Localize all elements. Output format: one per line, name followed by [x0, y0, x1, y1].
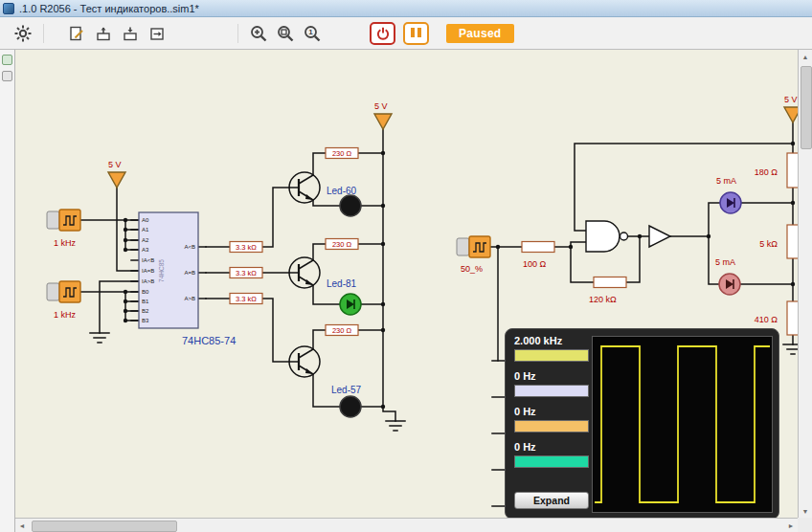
pause-button[interactable] — [403, 22, 429, 45]
scroll-up-icon[interactable]: ▲ — [799, 50, 812, 63]
chip-body-text: 74HC85 — [158, 259, 165, 282]
led-label: Led-60 — [327, 186, 357, 196]
waveform-trace — [595, 346, 770, 502]
toolbar-separator — [43, 24, 44, 43]
circuit-canvas[interactable]: 5 V 5 V 5 V 1 kHz 1 kHz 50_% — [15, 50, 798, 518]
scrollbar-corner — [798, 518, 812, 532]
ground-1[interactable] — [90, 333, 109, 343]
resistor-180[interactable]: 180 Ω — [755, 153, 798, 188]
new-circuit-icon — [68, 25, 85, 42]
resistor-3k3-1[interactable]: 3.3 kΩ — [230, 242, 262, 253]
save-circuit-icon — [122, 25, 139, 42]
led-label: Led-81 — [327, 278, 357, 289]
led-81[interactable]: Led-81 — [327, 278, 361, 315]
scroll-left-icon[interactable]: ◄ — [15, 519, 29, 532]
transistor-1[interactable] — [289, 172, 320, 203]
led-current-label: 5 mA — [715, 257, 735, 267]
zoom-fit-icon — [276, 24, 295, 43]
resistor-230-2[interactable]: 230 Ω — [326, 239, 358, 250]
resistor-value: 180 Ω — [755, 167, 778, 177]
clock-label: 1 kHz — [54, 310, 77, 320]
expand-button[interactable]: Expand — [514, 492, 589, 509]
panel-tab-icon-2[interactable] — [2, 71, 12, 81]
ground-3[interactable] — [783, 344, 798, 354]
new-circuit-button[interactable] — [64, 21, 89, 46]
resistor-3k3-2[interactable]: 3.3 kΩ — [230, 268, 262, 278]
freq-meter-channels: 2.000 kHz 0 Hz 0 Hz 0 Hz Expand — [514, 335, 591, 509]
clock-source-2[interactable]: 1 kHz — [47, 281, 80, 320]
freq-ch3-value: 0 Hz — [514, 406, 591, 418]
zoom-in-button[interactable] — [246, 21, 271, 46]
scope-screen — [592, 336, 773, 513]
pin-label: A<B — [184, 244, 195, 250]
buffer-gate[interactable] — [649, 226, 670, 247]
pwm-source[interactable]: 50_% — [457, 236, 490, 274]
toolbar-separator — [237, 24, 238, 43]
scroll-down-icon[interactable]: ▼ — [799, 504, 812, 518]
resistor-230-1[interactable]: 230 Ω — [326, 148, 358, 159]
resistor-230-3[interactable]: 230 Ω — [326, 325, 358, 336]
power-icon — [375, 26, 391, 41]
led-label: Led-57 — [331, 385, 362, 395]
resistor-5k[interactable]: 5 kΩ — [759, 225, 798, 258]
resistor-value: 230 Ω — [332, 240, 352, 249]
pin-label: A1 — [142, 227, 149, 233]
export-circuit-button[interactable] — [145, 21, 169, 46]
left-panel-strip — [0, 50, 15, 532]
resistor-100[interactable]: 100 Ω — [522, 242, 554, 270]
pin-label: IA=B — [142, 268, 154, 274]
horizontal-scroll-thumb[interactable] — [32, 521, 177, 532]
resistor-120k[interactable]: 120 kΩ — [589, 277, 626, 305]
freq-ch1-bar — [514, 349, 589, 362]
resistor-value: 5 kΩ — [759, 239, 778, 249]
pause-icon — [410, 26, 423, 40]
resistor-value: 410 Ω — [755, 315, 778, 324]
nand-gate[interactable] — [586, 221, 628, 252]
zoom-fit-button[interactable] — [273, 21, 298, 46]
ground-2[interactable] — [386, 421, 405, 431]
pin-label: B0 — [142, 289, 149, 295]
led-57[interactable]: Led-57 — [331, 385, 362, 417]
supply-5v-2[interactable]: 5 V — [374, 101, 392, 129]
resistor-3k3-3[interactable]: 3.3 kΩ — [230, 294, 262, 304]
zoom-one-button[interactable]: 1 — [300, 21, 325, 46]
freq-ch4-value: 0 Hz — [514, 441, 591, 454]
resistor-value: 100 Ω — [523, 259, 547, 269]
pwm-label: 50_% — [461, 264, 483, 274]
led-current-label: 5 mA — [716, 176, 736, 186]
supply-5v-3[interactable]: 5 V — [784, 95, 798, 122]
status-badge: Paused — [446, 24, 514, 43]
led-violet[interactable]: 5 mA — [716, 176, 741, 213]
settings-button[interactable] — [11, 21, 35, 46]
freq-meter-pins — [492, 361, 505, 506]
export-circuit-icon — [148, 25, 166, 42]
freq-ch2-bar — [514, 385, 589, 397]
chip-caption: 74HC85-74 — [182, 335, 236, 346]
pin-label: IA>B — [142, 278, 154, 284]
window-title: .1.0 R2056 - Тест индикаторов..sim1* — [19, 3, 199, 14]
power-button[interactable] — [370, 22, 395, 45]
led-pink[interactable]: 5 mA — [715, 257, 740, 295]
transistor-2[interactable] — [289, 257, 320, 288]
save-circuit-button[interactable] — [118, 21, 143, 46]
chip-74hc85[interactable]: A0 A1 A2 A3 IA<B IA=B IA>B B0 B1 B2 B3 A… — [139, 212, 236, 346]
titlebar[interactable]: .1.0 R2056 - Тест индикаторов..sim1* — [0, 0, 812, 17]
resistor-value: 230 Ω — [332, 326, 352, 335]
zoom-in-icon — [249, 24, 268, 43]
open-circuit-button[interactable] — [91, 21, 116, 46]
supply-5v-1[interactable]: 5 V — [108, 160, 125, 188]
supply-label: 5 V — [108, 160, 122, 169]
frequency-meter[interactable]: 2.000 kHz 0 Hz 0 Hz 0 Hz Expand — [505, 328, 779, 518]
pin-label: A>B — [184, 296, 195, 301]
transistor-3[interactable] — [289, 346, 320, 377]
freq-ch1-value: 2.000 kHz — [514, 335, 591, 347]
freq-ch3-bar — [514, 420, 589, 432]
panel-tab-icon-1[interactable] — [2, 55, 12, 65]
vertical-scroll-thumb[interactable] — [801, 66, 812, 149]
scroll-right-icon[interactable]: ► — [784, 519, 798, 532]
vertical-scrollbar[interactable]: ▲ ▼ — [798, 50, 812, 518]
led-60[interactable]: Led-60 — [327, 186, 361, 216]
zoom-one-icon: 1 — [303, 24, 322, 43]
clock-source-1[interactable]: 1 kHz — [47, 210, 80, 248]
horizontal-scrollbar[interactable]: ◄ ► — [15, 518, 798, 532]
